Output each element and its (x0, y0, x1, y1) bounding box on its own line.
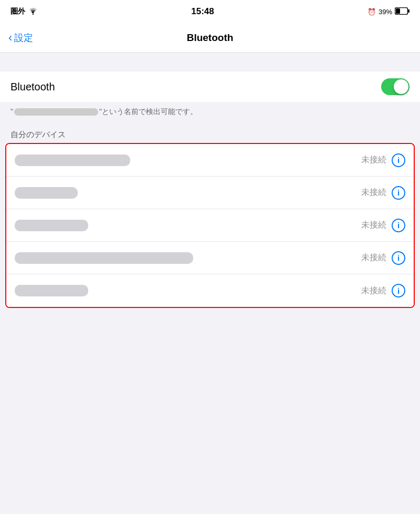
bluetooth-row: Bluetooth (0, 71, 420, 102)
bluetooth-toggle[interactable] (381, 78, 410, 95)
device-right-2: 未接続 i (361, 186, 405, 200)
back-button[interactable]: ‹ 設定 (8, 32, 33, 44)
device-right-5: 未接続 i (361, 284, 405, 297)
back-label: 設定 (14, 32, 33, 44)
battery-icon (395, 7, 410, 16)
device-status-2: 未接続 (361, 187, 386, 198)
status-time: 15:48 (191, 6, 214, 17)
info-prefix: " (10, 107, 13, 116)
device-right-1: 未接続 i (361, 153, 405, 167)
device-name-5 (15, 285, 88, 296)
device-info-button-5[interactable]: i (392, 284, 405, 297)
device-status-1: 未接続 (361, 155, 386, 166)
device-right-3: 未接続 i (361, 219, 405, 232)
info-section: ""という名前で検出可能です。 (0, 102, 420, 126)
devices-list: 未接続 i 未接続 i 未接続 i 未接続 i (5, 143, 415, 308)
device-name-2 (15, 187, 78, 199)
status-left: 圏外 (10, 7, 38, 16)
device-name-4 (15, 252, 193, 264)
my-devices-header: 自分のデバイス (0, 126, 420, 143)
info-icon-2: i (397, 188, 400, 197)
info-icon-4: i (397, 253, 400, 262)
battery-percent: 39% (379, 8, 392, 16)
device-name-blurred (14, 108, 98, 116)
device-row: 未接続 i (6, 274, 414, 307)
device-row: 未接続 i (6, 144, 414, 177)
svg-point-0 (33, 13, 34, 14)
svg-rect-2 (396, 8, 400, 14)
device-row: 未接続 i (6, 242, 414, 274)
device-status-3: 未接続 (361, 220, 386, 231)
carrier-text: 圏外 (10, 7, 25, 16)
svg-rect-3 (408, 9, 410, 13)
back-arrow-icon: ‹ (8, 32, 12, 44)
device-info-button-1[interactable]: i (392, 153, 405, 167)
wifi-icon (28, 7, 38, 16)
info-icon-1: i (397, 156, 400, 165)
device-status-5: 未接続 (361, 285, 386, 296)
device-right-4: 未接続 i (361, 251, 405, 265)
device-info-button-3[interactable]: i (392, 219, 405, 232)
nav-bar: ‹ 設定 Bluetooth (0, 23, 420, 53)
device-name-1 (15, 155, 130, 166)
device-info-button-2[interactable]: i (392, 186, 405, 200)
device-row: 未接続 i (6, 177, 414, 209)
status-right: ⏰ 39% (368, 7, 410, 16)
info-icon-5: i (397, 286, 400, 295)
page-title: Bluetooth (187, 32, 234, 44)
device-status-4: 未接続 (361, 252, 386, 263)
bluetooth-section: Bluetooth (0, 71, 420, 102)
detection-info-text: ""という名前で検出可能です。 (10, 106, 410, 117)
my-devices-label: 自分のデバイス (10, 130, 66, 139)
alarm-icon: ⏰ (368, 8, 376, 16)
bluetooth-label: Bluetooth (10, 81, 55, 93)
status-bar: 圏外 15:48 ⏰ 39% (0, 0, 420, 23)
device-info-button-4[interactable]: i (392, 251, 405, 265)
section-gap-top (0, 53, 420, 71)
device-name-3 (15, 220, 88, 231)
info-suffix: "という名前で検出可能です。 (99, 107, 197, 116)
device-row: 未接続 i (6, 209, 414, 242)
toggle-knob (394, 79, 408, 94)
info-icon-3: i (397, 221, 400, 230)
